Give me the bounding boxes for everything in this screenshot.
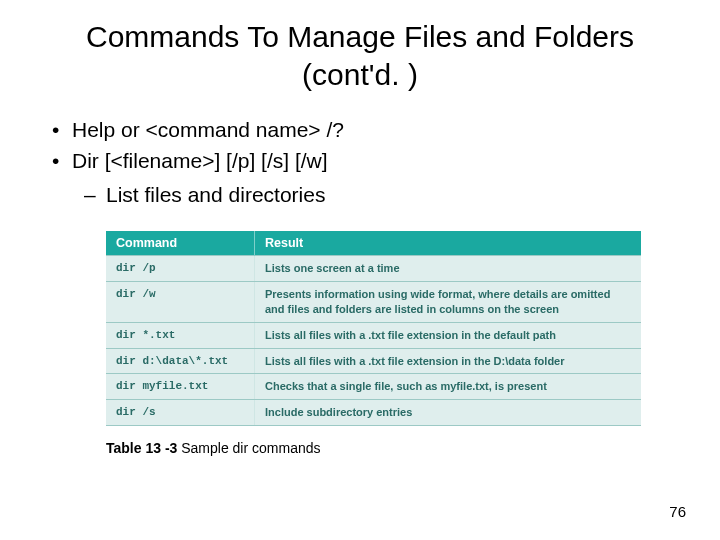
page-number: 76 <box>669 503 686 520</box>
table-row: dir myfile.txt Checks that a single file… <box>106 374 641 400</box>
table-header-row: Command Result <box>106 231 641 256</box>
bullet-list: Help or <command name> /? Dir [<filename… <box>48 115 672 176</box>
table-caption: Table 13 -3 Sample dir commands <box>106 440 672 456</box>
col-header-result: Result <box>255 231 642 256</box>
cell-command: dir d:\data\*.txt <box>106 348 255 374</box>
table-row: dir *.txt Lists all files with a .txt fi… <box>106 322 641 348</box>
cell-result: Include subdirectory entries <box>255 400 642 426</box>
bullet-item: Help or <command name> /? <box>48 115 672 144</box>
cell-result: Checks that a single file, such as myfil… <box>255 374 642 400</box>
cell-command: dir /p <box>106 256 255 282</box>
command-table-wrap: Command Result dir /p Lists one screen a… <box>106 231 641 426</box>
cell-command: dir myfile.txt <box>106 374 255 400</box>
cell-command: dir /w <box>106 282 255 323</box>
caption-text: Sample dir commands <box>177 440 320 456</box>
caption-label: Table 13 -3 <box>106 440 177 456</box>
cell-result: Lists one screen at a time <box>255 256 642 282</box>
cell-command: dir /s <box>106 400 255 426</box>
table-row: dir d:\data\*.txt Lists all files with a… <box>106 348 641 374</box>
table-row: dir /w Presents information using wide f… <box>106 282 641 323</box>
table-row: dir /p Lists one screen at a time <box>106 256 641 282</box>
slide-title: Commands To Manage Files and Folders (co… <box>48 18 672 93</box>
cell-command: dir *.txt <box>106 322 255 348</box>
slide: Commands To Manage Files and Folders (co… <box>0 0 720 540</box>
sub-bullet-list: List files and directories <box>48 180 672 209</box>
command-table: Command Result dir /p Lists one screen a… <box>106 231 641 426</box>
sub-bullet-item: List files and directories <box>48 180 672 209</box>
table-row: dir /s Include subdirectory entries <box>106 400 641 426</box>
col-header-command: Command <box>106 231 255 256</box>
cell-result: Presents information using wide format, … <box>255 282 642 323</box>
cell-result: Lists all files with a .txt file extensi… <box>255 348 642 374</box>
cell-result: Lists all files with a .txt file extensi… <box>255 322 642 348</box>
bullet-item: Dir [<filename>] [/p] [/s] [/w] <box>48 146 672 175</box>
